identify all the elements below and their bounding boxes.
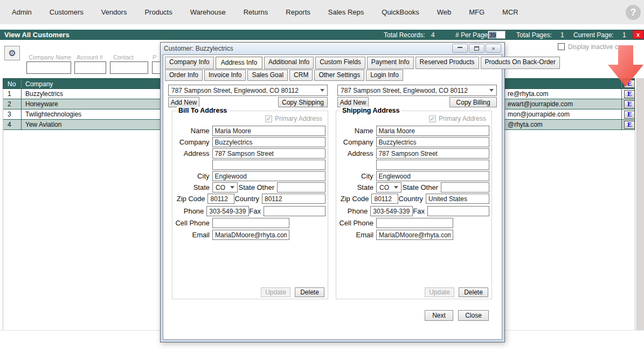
shipping-cell-phone-field[interactable] [376, 218, 453, 228]
email-icon[interactable]: E [624, 90, 635, 98]
menu-item-vendors[interactable]: Vendors [101, 8, 127, 16]
shipping-state-other-field[interactable] [441, 182, 489, 193]
billing-add-new-button[interactable]: Add New [168, 97, 199, 107]
help-icon[interactable]: ? [626, 5, 641, 20]
shipping-state-dropdown[interactable]: CO [376, 182, 401, 193]
close-button[interactable]: × [486, 44, 501, 53]
copy-billing-button[interactable]: Copy Billing [449, 97, 497, 107]
shipping-city-field[interactable] [376, 171, 490, 181]
state-other-label: State Other [238, 183, 277, 191]
next-button[interactable]: Next [425, 310, 453, 321]
current-page-value: 1 [622, 31, 626, 39]
shipping-phone-field[interactable] [370, 206, 413, 216]
copy-shipping-button[interactable]: Copy Shipping [278, 97, 328, 107]
tab-address-info[interactable]: Address Info [216, 57, 262, 69]
filter-input-contact[interactable] [110, 61, 148, 74]
tab-custom-fields[interactable]: Custom Fields [315, 57, 365, 69]
chevron-down-icon [230, 186, 234, 189]
dialog-close-button[interactable]: Close [458, 310, 489, 321]
billing-phone-field[interactable] [206, 206, 249, 216]
email-icon[interactable]: E [624, 100, 635, 108]
primary-address-checkbox[interactable]: ✓ [429, 115, 436, 122]
tab-company-info[interactable]: Company Info [165, 57, 214, 69]
billing-company-field[interactable] [212, 137, 326, 147]
billing-country-field[interactable] [262, 194, 326, 204]
shipping-company-field[interactable] [376, 137, 490, 147]
billing-state-dropdown[interactable]: CO [212, 182, 238, 193]
tab-order-info[interactable]: Order Info [165, 70, 203, 81]
display-inactive-checkbox[interactable] [558, 43, 565, 50]
email-icon[interactable]: E [624, 111, 635, 119]
shipping-zip-field[interactable] [371, 194, 398, 204]
shipping-name-field[interactable] [376, 126, 490, 136]
shipping-address-dropdown[interactable]: 787 Sampson Street, Englewood, CO 80112 [337, 85, 497, 96]
table-left-border [3, 89, 3, 330]
menu-item-returns[interactable]: Returns [244, 8, 268, 16]
menu-item-mcr[interactable]: MCR [502, 8, 518, 16]
tab-additional-info[interactable]: Additional Info [264, 57, 314, 69]
primary-address-checkbox[interactable]: ✓ [265, 115, 272, 122]
close-page-button[interactable]: x [633, 30, 643, 39]
row-number: 2 [8, 100, 11, 108]
filter-input-company-name[interactable] [26, 61, 71, 74]
row-company: Yew Aviation [25, 121, 61, 128]
shipping-add-new-button[interactable]: Add New [337, 97, 369, 107]
menu-item-web[interactable]: Web [437, 8, 452, 16]
shipping-country-field[interactable] [426, 194, 489, 204]
minimize-icon [458, 46, 462, 48]
billing-delete-button[interactable]: Delete [295, 287, 324, 297]
tab-crm[interactable]: CRM [289, 70, 313, 81]
menu-item-mfg[interactable]: MFG [469, 8, 484, 16]
menu-item-customers[interactable]: Customers [50, 8, 84, 16]
shipping-address1-field[interactable] [376, 148, 490, 159]
cell-separator [21, 109, 22, 119]
tab-invoice-info[interactable]: Invoice Info [204, 70, 246, 81]
table-vertical-scrollbar[interactable] [636, 78, 644, 330]
address-label: Address [174, 149, 212, 157]
menu-item-products[interactable]: Products [144, 8, 172, 16]
shipping-delete-button[interactable]: Delete [459, 287, 488, 297]
zip-code-label: Zip Code [174, 195, 207, 203]
tab-reserved-products[interactable]: Reserved Products [416, 57, 479, 69]
billing-address-dropdown[interactable]: 787 Sampson Street, Englewood, CO 80112 [168, 85, 328, 96]
cell-separator [21, 120, 22, 129]
shipping-address2-field[interactable] [376, 160, 490, 170]
tab-products-on-back-order[interactable]: Products On Back-Order [481, 57, 560, 69]
menu-item-admin[interactable]: Admin [12, 8, 32, 16]
tab-payment-info[interactable]: Payment Info [367, 57, 414, 69]
billing-fax-field[interactable] [264, 206, 326, 216]
header-no[interactable]: No [8, 80, 16, 88]
shipping-update-button[interactable]: Update [425, 287, 454, 297]
close-icon: × [491, 45, 495, 52]
tab-sales-goal[interactable]: Sales Goal [247, 70, 288, 81]
minimize-button[interactable] [452, 44, 468, 53]
tab-other-settings[interactable]: Other Settings [314, 70, 364, 81]
billing-cell-phone-field[interactable] [212, 218, 289, 228]
shipping-fax-field[interactable] [427, 206, 489, 216]
billing-name-field[interactable] [212, 126, 326, 136]
menu-item-sales-reps[interactable]: Sales Reps [328, 8, 364, 16]
company-label: Company [337, 138, 376, 146]
shipping-email-field[interactable] [376, 230, 453, 240]
billing-address1-field[interactable] [212, 148, 326, 159]
menu-item-reports[interactable]: Reports [286, 8, 310, 16]
billing-zip-field[interactable] [207, 194, 234, 204]
row-email: ewart@jourrapide.com [508, 100, 573, 108]
bill-to-address-group: Bill To Address ✓ Primary Address Name C… [172, 111, 328, 299]
per-page-input[interactable]: 39 [488, 31, 505, 39]
email-icon[interactable]: E [624, 121, 635, 129]
tab-login-info[interactable]: Login Info [366, 70, 403, 81]
maximize-button[interactable] [469, 44, 484, 53]
filter-input-account[interactable] [74, 61, 106, 74]
city-label: City [337, 172, 376, 180]
billing-state-other-field[interactable] [277, 182, 326, 193]
menu-item-quickbooks[interactable]: QuickBooks [382, 8, 419, 16]
billing-address2-field[interactable] [212, 160, 326, 170]
header-company[interactable]: Company [25, 80, 53, 88]
settings-button[interactable]: ⚙ [4, 46, 20, 60]
row-email: @rhyta.com [508, 121, 543, 128]
billing-email-field[interactable] [212, 230, 289, 240]
menu-item-warehouse[interactable]: Warehouse [190, 8, 226, 16]
billing-city-field[interactable] [212, 171, 326, 181]
billing-update-button[interactable]: Update [261, 287, 290, 297]
